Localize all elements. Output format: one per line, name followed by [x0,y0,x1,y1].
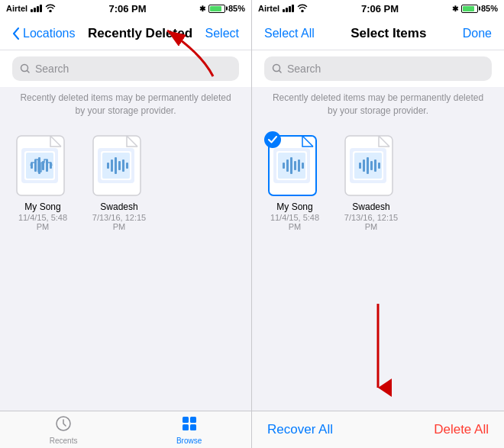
file-name-mysong-left: My Song [24,201,60,212]
nav-bar-right: Select All Select Items Done [252,17,504,50]
svg-rect-37 [302,163,304,169]
svg-rect-24 [190,417,196,423]
battery-left [208,5,225,13]
file-name-swadesh-left: Swadesh [100,201,137,212]
svg-rect-42 [359,163,361,169]
file-icon-swadesh-left [92,134,147,198]
svg-rect-34 [290,157,292,174]
delete-all-button[interactable]: Delete All [434,422,489,437]
status-right-right: ✱ 85% [452,4,498,13]
select-all-button[interactable]: Select All [264,27,315,40]
search-icon-left [20,63,31,74]
svg-rect-9 [46,160,48,172]
right-screen: Airtel 7:06 PM ✱ 85% Select [252,0,504,448]
svg-rect-35 [294,161,296,170]
file-icon-mysong-left [15,134,70,198]
svg-rect-6 [34,160,37,172]
svg-rect-36 [298,160,300,172]
recents-icon-left [55,415,72,435]
tab-browse-label-left: Browse [176,437,202,445]
done-button[interactable]: Done [463,27,492,40]
file-date-swadesh-left: 7/13/16, 12:15 PM [89,213,150,231]
svg-rect-32 [283,163,285,169]
file-name-swadesh-right: Swadesh [352,201,389,212]
carrier-left: Airtel [6,4,27,13]
svg-rect-16 [111,160,113,172]
tab-bar-left: Recents Browse [0,411,251,448]
tab-recents-label-left: Recents [50,437,78,445]
file-item-mysong-right[interactable]: My Song 11/4/15, 5:48 PM [264,134,325,231]
battery-fill-left [210,6,221,11]
nav-title-left: Recently Deleted [88,26,192,41]
file-icon-swadesh-right [344,134,399,198]
warning-text-left: Recently deleted items may be permanentl… [0,87,251,122]
signal-bar-r4 [292,5,294,12]
time-right: 7:06 PM [361,3,399,15]
svg-rect-47 [378,163,380,169]
signal-bar-1 [31,9,33,12]
signal-bar-4 [40,5,42,12]
bluetooth-icon-left: ✱ [199,5,205,13]
search-icon-right [272,63,283,74]
svg-rect-26 [190,424,196,430]
battery-pct-right: 85% [481,4,498,13]
signal-bars-right [283,5,294,12]
bottom-action-bar: Recover All Delete All [252,411,504,448]
back-button-left[interactable]: Locations [12,27,76,40]
back-label-left: Locations [23,27,76,40]
tab-recents-left[interactable]: Recents [50,415,78,445]
svg-rect-18 [118,161,121,170]
search-bar-right[interactable]: Search [264,56,492,81]
battery-right [461,5,478,13]
svg-rect-45 [370,161,373,170]
svg-rect-17 [115,157,117,174]
svg-rect-23 [183,417,189,423]
signal-bar-2 [34,8,36,12]
svg-rect-8 [42,161,44,170]
select-button[interactable]: Select [205,27,239,40]
signal-bar-r2 [286,8,288,12]
file-item-swadesh-left[interactable]: Swadesh 7/13/16, 12:15 PM [89,134,150,231]
file-item-swadesh-right[interactable]: Swadesh 7/13/16, 12:15 PM [341,134,402,231]
battery-pct-left: 85% [228,4,245,13]
wifi-icon-right [297,3,308,14]
status-right-left: ✱ 85% [199,4,245,13]
carrier-right: Airtel [258,4,279,13]
browse-icon-left [181,415,198,435]
search-placeholder-left: Search [35,63,69,75]
status-bar-right: Airtel 7:06 PM ✱ 85% [252,0,504,17]
status-bar-left: Airtel 7:06 PM ✱ 85% [0,0,251,17]
signal-bar-r3 [289,6,291,12]
selected-indicator-mysong [264,131,281,148]
svg-rect-15 [107,163,109,169]
file-date-mysong-right: 11/4/15, 5:48 PM [264,213,325,231]
svg-rect-20 [126,163,128,169]
left-screen: Airtel 7:06 PM ✱ 85% [0,0,252,448]
time-left: 7:06 PM [108,3,146,15]
signal-bar-r1 [283,9,285,12]
status-left: Airtel [6,3,56,14]
svg-rect-43 [363,160,365,172]
search-container-right: Search [252,50,504,87]
file-item-mysong-left[interactable]: My Song 11/4/15, 5:48 PM [12,134,73,231]
file-date-mysong-left: 11/4/15, 5:48 PM [12,213,73,231]
recover-all-button[interactable]: Recover All [267,422,333,437]
search-placeholder-right: Search [287,63,321,75]
red-arrow-recover [355,300,401,402]
tab-browse-left[interactable]: Browse [176,415,202,445]
files-grid-right: My Song 11/4/15, 5:48 PM [252,122,504,243]
nav-title-right: Select Items [351,26,426,41]
file-icon-wrapper-right-1 [267,134,322,198]
file-icon-wrapper-left-2 [92,134,147,198]
signal-bar-3 [37,6,39,12]
files-grid-left: My Song 11/4/15, 5:48 PM [0,122,251,243]
warning-text-right: Recently deleted items may be permanentl… [252,87,504,122]
svg-rect-10 [50,163,52,169]
nav-bar-left: Locations Recently Deleted Select [0,17,251,50]
search-bar-left[interactable]: Search [12,56,239,81]
file-icon-wrapper-right-2 [344,134,399,198]
svg-rect-7 [38,157,40,174]
file-icon-wrapper-left-1 [15,134,70,198]
svg-rect-33 [286,160,289,172]
file-date-swadesh-right: 7/13/16, 12:15 PM [341,213,402,231]
